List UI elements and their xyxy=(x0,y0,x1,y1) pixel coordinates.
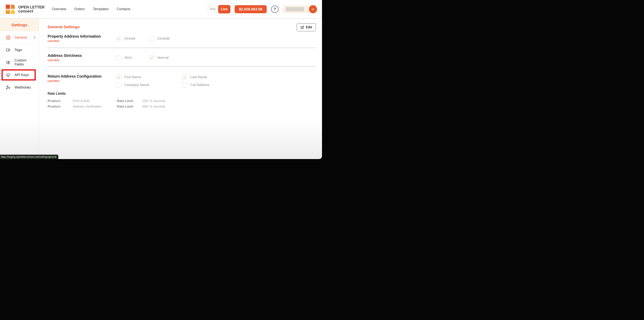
option-full-address: Full Address xyxy=(182,82,248,88)
option-label: Include xyxy=(124,36,135,40)
sidebar-item-api-keys[interactable]: API Keys xyxy=(0,69,39,81)
rate-limit-value: 150 / 5 seconds xyxy=(142,99,316,103)
option-exclude: Exclude xyxy=(149,36,170,41)
section-heading: Address Strictness xyxy=(48,54,116,58)
sidebar-item-webhooks[interactable]: Webhooks xyxy=(0,81,39,94)
user-menu[interactable] xyxy=(283,5,317,13)
option-label: Normal xyxy=(158,56,168,60)
chevron-down-icon xyxy=(311,7,315,11)
last-name-checkbox[interactable] xyxy=(182,74,187,80)
check-icon xyxy=(183,75,186,79)
sidebar-item-label: Custom Fields xyxy=(14,58,36,66)
sidebar-item-general[interactable]: General xyxy=(0,31,39,44)
gear-icon xyxy=(6,35,11,40)
sidebar-item-label: Webhooks xyxy=(14,86,31,90)
rate-limits-section: Rate Limits Product: Print & Mail Rate L… xyxy=(48,92,316,108)
option-company-name: Company Name xyxy=(116,82,182,88)
option-label: Strict xyxy=(124,56,132,60)
sidebar-item-label: API Keys xyxy=(14,73,29,77)
redacted-username xyxy=(286,7,304,11)
check-icon xyxy=(117,37,120,40)
brand-logo-icon xyxy=(6,4,16,14)
status-url-tooltip: https://staging.openletterconnect.com/se… xyxy=(0,154,58,159)
sidebar-title: Settings xyxy=(0,18,39,31)
app-window: OPEN LETTER connect Overview Orders Temp… xyxy=(0,0,322,159)
check-icon xyxy=(150,56,154,60)
option-last-name: Last Name xyxy=(182,74,248,80)
option-label: Last Name xyxy=(190,75,207,79)
sidebar-item-tags[interactable]: Tags xyxy=(0,44,39,56)
balance-button[interactable]: $2,028,063.58 xyxy=(235,5,267,13)
rate-limits-heading: Rate Limits xyxy=(48,92,316,96)
tag-icon xyxy=(6,48,11,52)
option-label: Exclude xyxy=(158,36,170,40)
header-right-cluster: Test Live $2,028,063.58 ? xyxy=(206,5,317,13)
sidebar-item-label: General xyxy=(14,36,27,40)
option-label: First Name xyxy=(124,75,141,79)
mode-live-option[interactable]: Live xyxy=(218,5,230,14)
learn-more-link[interactable]: Learn More xyxy=(48,80,60,82)
option-normal: Normal xyxy=(149,55,168,60)
settings-content: General Settings Edit Property Address I… xyxy=(39,18,322,159)
sidebar-list: General Tags xyxy=(0,31,39,94)
test-live-toggle[interactable]: Test Live xyxy=(206,6,230,13)
learn-more-link[interactable]: Learn More xyxy=(48,40,60,42)
normal-checkbox[interactable] xyxy=(149,55,154,60)
company-name-checkbox[interactable] xyxy=(116,82,121,88)
option-first-name: First Name xyxy=(116,74,182,80)
nav-templates[interactable]: Templates xyxy=(93,7,109,11)
strict-checkbox[interactable] xyxy=(116,55,121,60)
option-include: Include xyxy=(116,36,149,41)
nav-overview[interactable]: Overview xyxy=(52,7,66,11)
chevron-right-icon xyxy=(33,36,36,40)
help-icon[interactable]: ? xyxy=(271,6,278,13)
section-return-address: Return Address Configuration Learn More … xyxy=(48,67,316,88)
include-checkbox[interactable] xyxy=(116,36,121,41)
rate-limit-row: Product: Address Verification Rate Limit… xyxy=(48,105,316,108)
section-heading: Return Address Configuration xyxy=(48,74,116,78)
rate-limit-row: Product: Print & Mail Rate Limit: 150 / … xyxy=(48,99,316,103)
edit-button[interactable]: Edit xyxy=(297,23,316,31)
sidebar-item-custom-fields[interactable]: Custom Fields xyxy=(0,56,39,68)
learn-more-link[interactable]: Learn More xyxy=(48,59,60,61)
product-label: Product: xyxy=(48,105,73,108)
edit-pencil-icon xyxy=(300,26,304,29)
option-label: Company Name xyxy=(124,83,149,87)
sidebar-divider xyxy=(1,94,38,94)
top-header: OPEN LETTER connect Overview Orders Temp… xyxy=(0,0,322,18)
cloud-gear-icon xyxy=(6,72,11,78)
option-strict: Strict xyxy=(116,55,149,60)
mode-test-option[interactable]: Test xyxy=(206,7,218,11)
product-value: Address Verification xyxy=(73,105,117,108)
brand-logo[interactable]: OPEN LETTER connect xyxy=(6,4,44,14)
first-name-checkbox[interactable] xyxy=(116,74,121,80)
section-property-address: Property Address Information Learn More … xyxy=(48,34,316,48)
product-label: Product: xyxy=(48,99,73,103)
section-address-strictness: Address Strictness Learn More Strict xyxy=(48,48,316,67)
nav-orders[interactable]: Orders xyxy=(74,7,85,11)
brand-name: OPEN LETTER connect xyxy=(18,5,44,13)
main-nav: Overview Orders Templates Contacts xyxy=(52,7,130,11)
text-field-icon xyxy=(6,60,11,65)
webhook-icon xyxy=(6,85,11,90)
nav-contacts[interactable]: Contacts xyxy=(117,7,130,11)
user-menu-caret[interactable] xyxy=(309,5,317,13)
option-label: Full Address xyxy=(190,83,209,87)
sidebar-item-label: Tags xyxy=(14,48,22,52)
rate-limit-value: 300 / 5 seconds xyxy=(142,105,316,108)
check-icon xyxy=(117,75,120,79)
exclude-checkbox[interactable] xyxy=(149,36,154,41)
edit-button-label: Edit xyxy=(306,25,312,29)
rate-limit-label: Rate Limit: xyxy=(117,105,142,108)
product-value: Print & Mail xyxy=(73,99,117,103)
settings-sidebar: Settings General xyxy=(0,18,39,159)
page-title: General Settings xyxy=(48,24,80,29)
full-address-checkbox[interactable] xyxy=(182,82,187,88)
section-heading: Property Address Information xyxy=(48,34,116,38)
rate-limit-label: Rate Limit: xyxy=(117,99,142,103)
